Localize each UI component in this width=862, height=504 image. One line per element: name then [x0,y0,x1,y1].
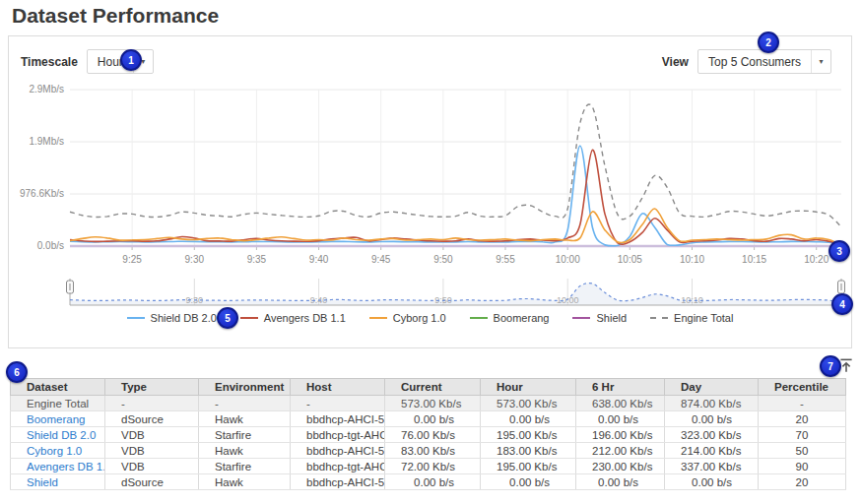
table-cell: 638.00 Kb/s [576,396,665,411]
x-axis-tick-label: 9:40 [309,254,329,265]
annotation-badge-4: 4 [831,293,853,315]
table-cell: 72.00 Kb/s [385,459,481,474]
legend-swatch-shield [572,317,590,319]
table-cell: Avengers DB 1.1 [11,459,105,474]
legend-label: Shield [596,312,627,324]
x-axis-tick-label: 10:10 [680,254,704,265]
table-cell: Shield DB 2.0 [11,427,105,443]
legend-label: Boomerang [494,312,550,324]
column-header-hour[interactable]: Hour [481,379,576,396]
table-cell: Hawk [199,411,291,427]
table-row: ShielddSourceHawkbbdhcp-AHCI-585...0.00 … [11,474,846,490]
table-cell: 83.00 Kb/s [385,443,481,459]
table-cell: Cyborg 1.0 [11,443,105,459]
x-axis-tick-label: 10:05 [618,254,642,265]
table-cell: 195.00 Kb/s [481,427,576,443]
chart-panel: Timescale Hour ▾ View Top 5 Consumers ▾ … [8,35,852,348]
legend-item-avengers-db-1-1[interactable]: Avengers DB 1.1 [240,312,346,324]
table-cell: bbdhcp-tgt-AHCI-... [291,459,385,474]
table-cell: 337.00 Kb/s [665,459,759,474]
table-cell: 323.00 Kb/s [665,427,759,443]
brush-handle-left[interactable] [67,281,74,293]
table-cell: 0.00 b/s [665,474,759,490]
table-row: Avengers DB 1.1VDBStarfirebbdhcp-tgt-AHC… [11,459,846,474]
series-line-avengers-db-1-1 [70,150,841,244]
timescale-label: Timescale [21,55,78,69]
annotation-badge-3: 3 [829,240,850,262]
table-cell: bbdhcp-AHCI-585... [291,474,385,490]
annotation-badge-2: 2 [758,32,779,53]
table-cell: 0.00 b/s [576,474,665,490]
column-header-type[interactable]: Type [105,379,199,396]
table-row: BoomerangdSourceHawkbbdhcp-AHCI-585...0.… [11,411,846,427]
table-cell: 90 [759,459,846,474]
table-cell: 183.00 Kb/s [481,443,576,459]
table-cell: 0.00 b/s [481,474,576,490]
x-axis-tick-label: 9:50 [433,254,453,265]
dataset-link[interactable]: Shield DB 2.0 [27,429,96,441]
x-axis-tick-label: 9:25 [122,254,142,265]
x-axis-tick-label: 9:45 [371,254,391,265]
y-axis-tick-label: 0.0b/s [37,240,64,251]
column-header-current[interactable]: Current [385,379,481,396]
table-cell: Hawk [199,443,291,459]
table-cell: 20 [759,411,846,427]
view-label: View [662,55,689,69]
legend-swatch-avengers-db-1-1 [240,317,258,319]
dataset-link[interactable]: Cyborg 1.0 [27,445,82,457]
table-cell: Starfire [199,427,291,443]
chevron-down-icon[interactable]: ▾ [811,50,830,73]
table-row: Shield DB 2.0VDBStarfirebbdhcp-tgt-AHCI-… [11,427,846,443]
series-line-shield-db-2-0 [70,146,841,246]
column-header-6-hr[interactable]: 6 Hr [576,379,665,396]
legend-item-cyborg-1-0[interactable]: Cyborg 1.0 [369,312,446,324]
table-header: DatasetTypeEnvironmentHostCurrentHour6 H… [11,379,846,396]
legend-label: Cyborg 1.0 [393,312,446,324]
table-cell: VDB [105,443,199,459]
table-cell: 195.00 Kb/s [481,459,576,474]
overview-brush-svg[interactable]: 9:309:409:5010:0010:10 [9,276,853,311]
legend-label: Avengers DB 1.1 [264,312,346,324]
series-line-cyborg-1-0 [70,209,841,245]
table-cell: Starfire [199,459,291,474]
column-header-day[interactable]: Day [665,379,759,396]
x-axis-tick-label: 10:15 [742,254,766,265]
annotation-badge-6: 6 [6,361,28,383]
table-cell: dSource [105,474,199,490]
column-header-dataset[interactable]: Dataset [11,379,105,396]
legend-label: Shield DB 2.0 [151,312,217,324]
legend-item-boomerang[interactable]: Boomerang [470,312,550,324]
dataset-link[interactable]: Shield [27,476,58,488]
legend-swatch-engine-total [650,317,668,319]
x-axis-tick-label: 9:30 [185,254,205,265]
dataset-table: DatasetTypeEnvironmentHostCurrentHour6 H… [10,378,846,490]
x-axis-tick-label: 9:35 [247,254,267,265]
legend-item-shield[interactable]: Shield [572,312,627,324]
table-cell: dSource [105,411,199,427]
column-header-percentile[interactable]: Percentile [759,379,846,396]
chart-legend: Shield DB 2.0Avengers DB 1.1Cyborg 1.0Bo… [9,312,851,324]
view-dropdown[interactable]: Top 5 Consumers ▾ [697,49,831,74]
x-axis-tick-label: 10:00 [556,254,580,265]
table-cell: - [759,396,846,411]
annotation-badge-1: 1 [120,49,142,71]
legend-swatch-shield-db-2-0 [127,317,145,319]
column-header-environment[interactable]: Environment [199,379,291,396]
table-cell: bbdhcp-tgt-AHCI-... [291,427,385,443]
annotation-badge-7: 7 [820,355,841,377]
table-cell: 0.00 b/s [576,411,665,427]
legend-swatch-boomerang [470,317,488,319]
column-header-host[interactable]: Host [291,379,385,396]
table-cell: VDB [105,459,199,474]
y-axis-tick-label: 1.9Mb/s [29,136,64,147]
dataset-link[interactable]: Avengers DB 1.1 [27,461,105,472]
brush-handle-right[interactable] [838,281,845,293]
legend-item-shield-db-2-0[interactable]: Shield DB 2.0 [127,312,217,324]
legend-item-engine-total[interactable]: Engine Total [650,312,733,324]
table-cell: Shield [11,474,105,490]
dataset-link[interactable]: Boomerang [27,413,85,425]
page-title: Dataset Performance [12,4,219,28]
legend-swatch-cyborg-1-0 [369,317,387,319]
view-control: View Top 5 Consumers ▾ [662,49,831,74]
table-cell: 573.00 Kb/s [385,396,481,411]
